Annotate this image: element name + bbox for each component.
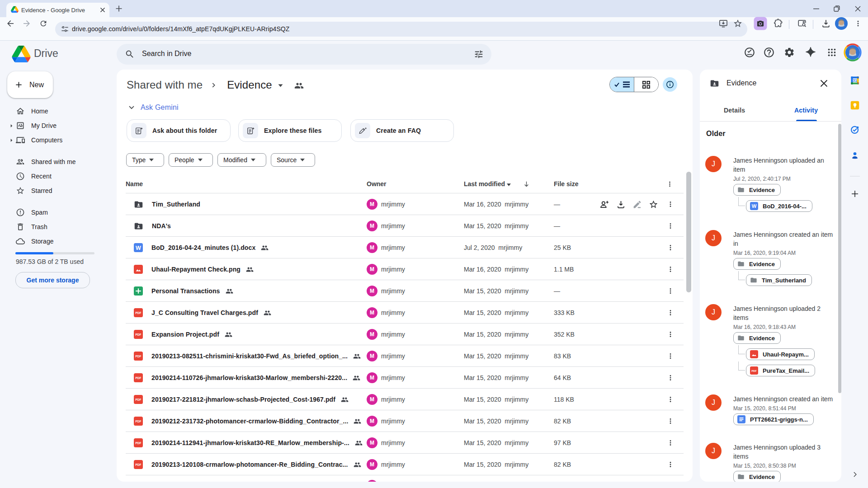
svg-text:31: 31	[853, 78, 857, 83]
